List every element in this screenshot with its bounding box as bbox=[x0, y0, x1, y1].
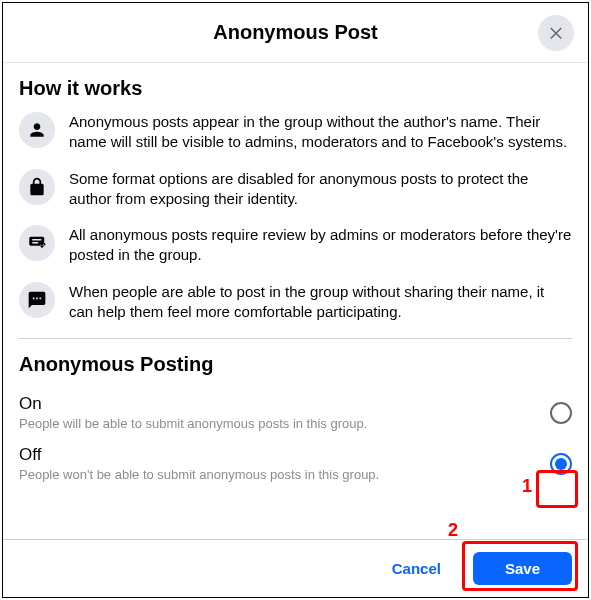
info-row: Some format options are disabled for ano… bbox=[19, 169, 572, 210]
info-row: When people are able to post in the grou… bbox=[19, 282, 572, 323]
option-on-row[interactable]: On People will be able to submit anonymo… bbox=[19, 388, 572, 439]
info-row: All anonymous posts require review by ad… bbox=[19, 225, 572, 266]
info-row: Anonymous posts appear in the group with… bbox=[19, 112, 572, 153]
info-text: Anonymous posts appear in the group with… bbox=[69, 112, 572, 153]
info-text: When people are able to post in the grou… bbox=[69, 282, 572, 323]
option-off-label: Off bbox=[19, 445, 540, 465]
option-text: Off People won't be able to submit anony… bbox=[19, 445, 540, 482]
option-text: On People will be able to submit anonymo… bbox=[19, 394, 540, 431]
anonymous-posting-title: Anonymous Posting bbox=[19, 353, 572, 376]
radio-on[interactable] bbox=[550, 402, 572, 424]
info-text: All anonymous posts require review by ad… bbox=[69, 225, 572, 266]
option-off-row[interactable]: Off People won't be able to submit anony… bbox=[19, 439, 572, 490]
comment-icon bbox=[19, 282, 55, 318]
save-button[interactable]: Save bbox=[473, 552, 572, 585]
info-text: Some format options are disabled for ano… bbox=[69, 169, 572, 210]
option-on-label: On bbox=[19, 394, 540, 414]
how-it-works-title: How it works bbox=[19, 77, 572, 100]
person-icon bbox=[19, 112, 55, 148]
radio-off[interactable] bbox=[550, 453, 572, 475]
annotation-label-2: 2 bbox=[448, 520, 458, 541]
modal-header: Anonymous Post bbox=[3, 3, 588, 63]
lock-icon bbox=[19, 169, 55, 205]
close-icon bbox=[547, 24, 565, 42]
modal-content: How it works Anonymous posts appear in t… bbox=[3, 77, 588, 490]
anonymous-post-modal: Anonymous Post How it works Anonymous po… bbox=[2, 2, 589, 598]
review-icon bbox=[19, 225, 55, 261]
option-off-desc: People won't be able to submit anonymous… bbox=[19, 467, 540, 482]
option-on-desc: People will be able to submit anonymous … bbox=[19, 416, 540, 431]
modal-title: Anonymous Post bbox=[213, 21, 377, 44]
modal-footer: Cancel Save bbox=[3, 539, 588, 597]
close-button[interactable] bbox=[538, 15, 574, 51]
cancel-button[interactable]: Cancel bbox=[368, 552, 465, 585]
divider bbox=[19, 338, 572, 339]
